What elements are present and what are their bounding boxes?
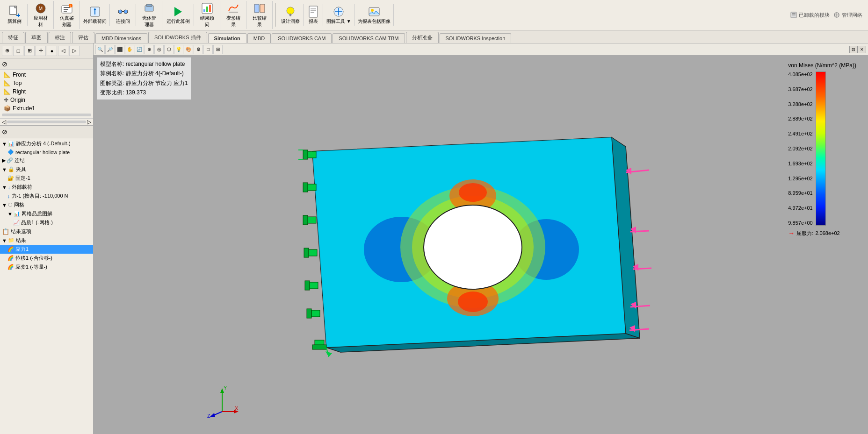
tree-item-origin[interactable]: ✛ Origin (0, 96, 93, 104)
svg-rect-65 (309, 249, 317, 256)
manage-network-btn[interactable]: 管理网络 (833, 12, 862, 19)
scroll-right-btn[interactable]: ▷ (87, 119, 91, 125)
svg-marker-90 (210, 413, 215, 417)
vp-btn-2[interactable]: 🔎 (105, 45, 115, 54)
vp-btn-13[interactable]: ⊞ (213, 45, 223, 54)
tab-mark[interactable]: 标注 (49, 32, 71, 43)
sim-tree-mesh[interactable]: ▼ ⬡ 网格 (0, 200, 93, 209)
sim-tree-static-4[interactable]: ▼ 📊 静应力分析 4 (-Default-) (0, 139, 93, 148)
win-restore-btn[interactable]: ⊡ (849, 46, 858, 53)
tab-mbd[interactable]: MBD (247, 33, 271, 43)
svg-rect-70 (307, 309, 311, 318)
sim-tree-ext-loads[interactable]: ▼ ↓ 外部载荷 (0, 183, 93, 192)
sim-checker-label: 仿真鉴别器 (60, 15, 74, 28)
toolbar-solid-manager[interactable]: 壳体管理器 (137, 1, 162, 29)
sim-tree-quality1[interactable]: 📈 品质1 (-网格-) (0, 218, 93, 227)
diagram-type-label: 图解类型: (100, 80, 126, 86)
tree-item-extrude1[interactable]: 📦 Extrude1 (0, 104, 93, 113)
sim-tree-stress1[interactable]: 🌈 应力1 (0, 245, 93, 254)
sim-tree-results[interactable]: ▼ 📁 结果 (0, 236, 93, 245)
toolbar-diagram-tool[interactable]: 图解工具 ▼ (324, 4, 354, 26)
manage-network-label: 管理网络 (842, 12, 862, 19)
yield-label: 屈服力: (796, 230, 813, 237)
run-icon (172, 5, 185, 18)
left-toolbar-btn7[interactable]: ▷ (69, 46, 80, 56)
toolbar-report[interactable]: 报表 (304, 4, 323, 26)
loaded-model-btn[interactable]: 已卸载的模块 (790, 12, 830, 19)
yield-line: → 屈服力: 2.068e+02 (788, 229, 856, 237)
tab-solidworks-plugin[interactable]: SOLIDWORKS 插件 (148, 32, 207, 43)
left-toolbar-btn6[interactable]: ◁ (58, 46, 68, 56)
tree-item-top[interactable]: 📐 Top (0, 79, 93, 87)
legend-val-10: 9.857e+00 (788, 220, 812, 226)
legend-val-1: 3.687e+02 (788, 86, 812, 92)
svg-point-27 (287, 7, 294, 14)
sim-tree-strain1[interactable]: 🌈 应变1 (-等量-) (0, 263, 93, 271)
filter-icon[interactable]: ⊘ (2, 60, 7, 68)
toolbar-run[interactable]: 运行此算例 (163, 4, 194, 26)
win-close-btn[interactable]: ✕ (858, 46, 866, 53)
sim-tree-fixtures[interactable]: ▼ 🔒 夹具 (0, 165, 93, 174)
vp-btn-4[interactable]: ✋ (125, 45, 134, 54)
sim-filter-icon[interactable]: ⊘ (2, 128, 7, 135)
tab-solidworks-cam[interactable]: SOLIDWORKS CAM (272, 33, 332, 43)
sim-tree-fixed1[interactable]: 🔐 固定-1 (0, 174, 93, 183)
left-toolbar-btn5[interactable]: ● (47, 46, 57, 56)
toolbar-compare[interactable]: 比较结果 (247, 1, 273, 29)
tab-sketch[interactable]: 草图 (25, 32, 48, 43)
vp-btn-12[interactable]: □ (203, 45, 213, 54)
svg-rect-61 (308, 184, 316, 191)
tab-feature[interactable]: 特征 (2, 32, 24, 43)
legend-val-2: 3.288e+02 (788, 101, 812, 107)
vp-btn-6[interactable]: ⊕ (145, 45, 154, 54)
toolbar-results[interactable]: 结果顾问 (195, 1, 220, 29)
scroll-left-btn[interactable]: ◁ (2, 119, 6, 125)
tab-solidworks-inspection[interactable]: SOLIDWORKS Inspection (440, 33, 512, 43)
vp-btn-9[interactable]: 💡 (174, 45, 183, 54)
sim-tree-part[interactable]: 🔷 rectangular hollow plate (0, 148, 93, 156)
left-toolbar-btn1[interactable]: ⊕ (2, 46, 12, 56)
axes-indicator: Y X Z (206, 386, 239, 420)
toolbar-connections[interactable]: 连接问 (110, 4, 136, 26)
vp-btn-1[interactable]: 🔍 (95, 45, 105, 54)
toolbar-apply-material[interactable]: M 应用材料 (28, 1, 54, 29)
strain1-label: 应变1 (-等量-) (15, 263, 47, 270)
sim-tree-displacement1[interactable]: 🌈 位移1 (-合位移-) (0, 254, 93, 263)
toolbar-design-insight[interactable]: 设计洞察 (278, 4, 304, 26)
vp-btn-10[interactable]: 🎨 (184, 45, 193, 54)
tab-mbd-dimensions[interactable]: MBD Dimensions (95, 33, 147, 43)
z-axis-label: Z (207, 413, 210, 419)
tab-solidworks-cam-tbm[interactable]: SOLIDWORKS CAM TBM (333, 33, 405, 43)
svg-rect-72 (312, 345, 326, 349)
tab-analysis-prep[interactable]: 分析准备 (406, 32, 439, 43)
tab-evaluate[interactable]: 评估 (72, 32, 94, 43)
toolbar-sim-checker[interactable]: i 仿真鉴别器 (54, 1, 80, 29)
run-label: 运行此算例 (166, 18, 190, 25)
toolbar-report-image[interactable]: 为报表包括图像 (355, 4, 394, 26)
vp-btn-5[interactable]: 🔄 (135, 45, 144, 54)
toolbar-new-study[interactable]: 新算例 (2, 4, 28, 26)
svg-rect-28 (289, 14, 291, 16)
vp-btn-7[interactable]: ◎ (154, 45, 164, 54)
toolbar-deformed[interactable]: 变形结果 (221, 1, 246, 29)
report-label: 报表 (309, 18, 318, 25)
sim-tree-result-options[interactable]: 📋 结果选项 (0, 227, 93, 236)
left-toolbar-btn3[interactable]: ⊞ (24, 46, 35, 56)
vp-btn-8[interactable]: ⬡ (164, 45, 174, 54)
sim-tree-force1[interactable]: ↓ 力-1 (按条目: -110,000 N (0, 192, 93, 200)
tab-simulation[interactable]: Simulation (208, 33, 246, 43)
svg-rect-69 (311, 310, 320, 317)
sim-tree-mesh-quality[interactable]: ▼ 📊 网格品质图解 (0, 209, 93, 218)
toolbar-external-loads[interactable]: 外部载荷问 (80, 4, 110, 26)
tree-item-front[interactable]: 📐 Front (0, 71, 93, 79)
simulation-tree: ▼ 📊 静应力分析 4 (-Default-) 🔷 rectangular ho… (0, 138, 93, 434)
tree-item-right[interactable]: 📐 Right (0, 87, 93, 96)
sim-tree-connections[interactable]: ▶ 🔗 连结 (0, 156, 93, 165)
vp-btn-3[interactable]: ⬛ (115, 45, 124, 54)
left-toolbar-btn4[interactable]: ✛ (36, 46, 46, 56)
model-name-label: 模型名称: (100, 61, 126, 67)
svg-rect-63 (308, 217, 316, 223)
vp-btn-11[interactable]: ⚙ (194, 45, 203, 54)
result-options-label: 结果选项 (11, 228, 31, 235)
left-toolbar-btn2[interactable]: □ (13, 46, 23, 56)
